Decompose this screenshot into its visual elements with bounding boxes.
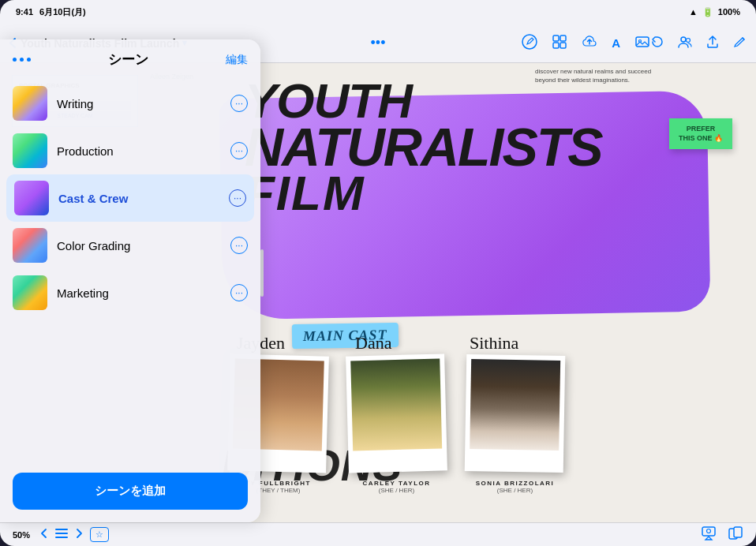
cast-photos-row: Jayden TY FULLBRIGHT (THEY / THEM) Dana bbox=[229, 355, 564, 494]
svg-rect-9 bbox=[55, 529, 68, 530]
cast-pronoun-carley: (SHE / HER) bbox=[362, 487, 430, 494]
film-title: YOUTH NATURALISTS FILM bbox=[245, 79, 602, 215]
cast-name-carley: CARLEY TAYLOR bbox=[362, 480, 430, 487]
prev-page-button[interactable] bbox=[39, 528, 49, 541]
collaborators-icon[interactable] bbox=[677, 34, 693, 53]
wifi-icon: ▲ bbox=[689, 7, 698, 17]
media-insert-icon[interactable] bbox=[634, 34, 650, 53]
scene-panel: シーン 編集 Writing ··· Production ··· Cast &… bbox=[0, 39, 260, 522]
svg-rect-5 bbox=[636, 37, 649, 47]
battery-icon: 🔋 bbox=[702, 7, 713, 17]
svg-point-13 bbox=[707, 529, 711, 533]
scene-thumb-writing bbox=[13, 86, 47, 121]
zoom-level[interactable]: 50% bbox=[13, 530, 30, 540]
bottom-toolbar: 50% ☆ bbox=[0, 522, 756, 546]
scene-dot-3 bbox=[27, 58, 31, 62]
sticky-note-text: PREFER THIS ONE 🔥 bbox=[679, 125, 723, 142]
svg-rect-1 bbox=[553, 36, 559, 41]
scene-list: Writing ··· Production ··· Cast & Crew ·… bbox=[0, 77, 260, 463]
next-page-button[interactable] bbox=[74, 528, 84, 541]
status-bar: 9:41 6月10日(月) ▲ 🔋 100% bbox=[0, 0, 756, 24]
toolbar-right-icons bbox=[701, 525, 743, 544]
present-icon[interactable] bbox=[701, 525, 717, 544]
cloud-upload-icon[interactable] bbox=[582, 34, 597, 53]
text-format-icon[interactable]: A bbox=[612, 36, 620, 50]
multiwindow-icon[interactable] bbox=[728, 525, 743, 544]
svg-rect-2 bbox=[560, 36, 566, 41]
add-scene-button[interactable]: シーンを追加 bbox=[13, 473, 248, 510]
cast-photo-carley: Dana CARLEY TAYLOR (SHE / HER) bbox=[347, 355, 446, 494]
svg-point-8 bbox=[687, 38, 691, 42]
cast-pronoun-sonia: (SHE / HER) bbox=[476, 487, 555, 494]
scene-thumb-marketing bbox=[13, 275, 47, 310]
undo-icon[interactable] bbox=[650, 35, 664, 52]
bottom-nav: ☆ bbox=[39, 527, 109, 542]
svg-rect-11 bbox=[55, 537, 68, 538]
scene-name-cast-crew: Cast & Crew bbox=[58, 192, 219, 205]
svg-rect-15 bbox=[734, 527, 742, 537]
scene-panel-title: シーン bbox=[108, 50, 148, 69]
battery-level: 100% bbox=[718, 7, 740, 17]
scene-item-production[interactable]: Production ··· bbox=[0, 127, 260, 174]
scene-more-writing[interactable]: ··· bbox=[230, 95, 248, 112]
svg-rect-10 bbox=[55, 533, 68, 534]
main-cast-section: MAIN CAST Jayden TY FULLBRIGHT (THEY / T… bbox=[229, 339, 756, 522]
scene-more-color[interactable]: ··· bbox=[230, 237, 248, 254]
grid-view-icon[interactable] bbox=[552, 34, 567, 53]
scene-item-writing[interactable]: Writing ··· bbox=[0, 80, 260, 127]
scene-more-marketing[interactable]: ··· bbox=[230, 284, 248, 301]
scene-more-cast[interactable]: ··· bbox=[229, 189, 246, 207]
nav-center-icons: A bbox=[522, 34, 650, 53]
scene-dot-2 bbox=[20, 58, 24, 62]
svg-rect-4 bbox=[560, 43, 566, 48]
scene-thumb-color bbox=[13, 228, 47, 263]
scene-name-color-grading: Color Grading bbox=[57, 239, 221, 252]
share-icon[interactable] bbox=[705, 35, 720, 52]
status-date: 6月10日(月) bbox=[39, 6, 86, 18]
svg-rect-12 bbox=[702, 527, 715, 536]
scene-thumb-production bbox=[13, 133, 47, 168]
nav-dots[interactable]: ••• bbox=[371, 35, 386, 51]
svg-point-7 bbox=[681, 37, 686, 42]
status-bar-left: 9:41 6月10日(月) bbox=[16, 6, 86, 18]
edit-icon[interactable] bbox=[732, 35, 747, 52]
cast-name-sonia: SONIA BRIZZOLARI bbox=[476, 480, 555, 487]
scene-name-marketing: Marketing bbox=[57, 286, 221, 300]
scene-edit-button[interactable]: 編集 bbox=[226, 53, 248, 67]
sticky-note: PREFER THIS ONE 🔥 bbox=[669, 118, 732, 149]
svg-rect-3 bbox=[553, 43, 559, 48]
scene-panel-dots[interactable] bbox=[13, 58, 31, 62]
pencil-circle-icon[interactable] bbox=[522, 34, 537, 53]
scene-thumb-cast bbox=[14, 181, 49, 215]
scene-panel-header: シーン 編集 bbox=[0, 39, 260, 77]
status-time: 9:41 bbox=[16, 7, 33, 17]
svg-point-0 bbox=[522, 35, 537, 49]
ipad-frame: 9:41 6月10日(月) ▲ 🔋 100% Youth Naturalists… bbox=[0, 0, 756, 546]
scene-item-color-grading[interactable]: Color Grading ··· bbox=[0, 222, 260, 269]
cast-photo-sonia: Sithina SONIA BRIZZOLARI (SHE / HER) bbox=[466, 355, 564, 494]
scene-name-writing: Writing bbox=[57, 97, 221, 110]
star-button[interactable]: ☆ bbox=[90, 527, 109, 542]
scene-item-marketing[interactable]: Marketing ··· bbox=[0, 269, 260, 316]
scene-item-cast-crew[interactable]: Cast & Crew ··· bbox=[6, 174, 254, 222]
scene-more-production[interactable]: ··· bbox=[230, 142, 248, 159]
scene-dot-1 bbox=[13, 58, 17, 62]
scene-name-production: Production bbox=[57, 144, 221, 158]
list-view-button[interactable] bbox=[55, 528, 68, 541]
film-title-film: FILM bbox=[245, 166, 365, 220]
nav-right-icons bbox=[650, 34, 747, 53]
scroll-indicator bbox=[260, 249, 264, 297]
status-bar-right: ▲ 🔋 100% bbox=[689, 7, 740, 17]
